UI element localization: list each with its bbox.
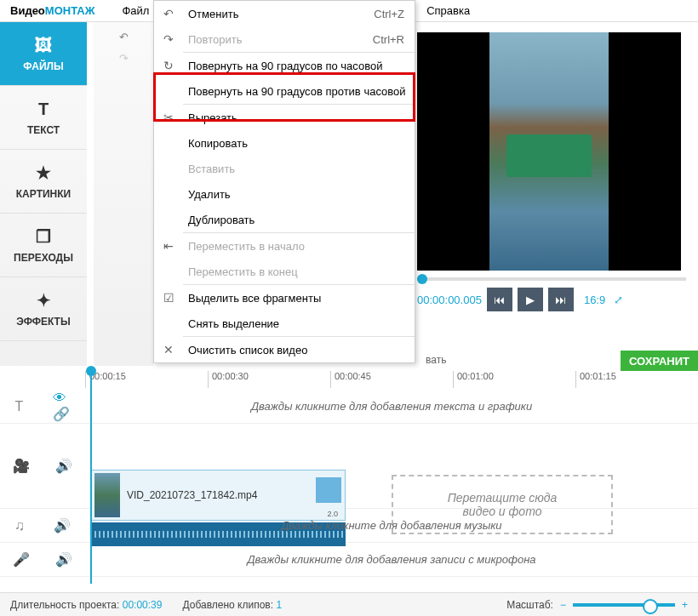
mic-track[interactable]: 🎤 🔊 Дважды кликните для добавления запис… (0, 543, 698, 577)
speaker-icon[interactable]: 🔊 (55, 551, 72, 568)
файлы-icon: 🖼 (35, 36, 52, 55)
next-button[interactable]: ⏭ (548, 288, 574, 311)
music-track-hint: Дважды кликните для добавления музыки (85, 519, 698, 532)
clip-thumbnail (94, 473, 120, 517)
text-track[interactable]: T 👁🔗 Дважды кликните для добавления текс… (0, 390, 698, 424)
save-button[interactable]: СОХРАНИТ (621, 351, 698, 371)
clips-label: Добавлено клипов: (182, 599, 273, 611)
timeline-playhead[interactable] (90, 371, 92, 584)
zoom-out-icon[interactable]: − (560, 599, 566, 611)
clip-filename: VID_20210723_171842.mp4 (127, 489, 257, 501)
video-track-icon: 🎥 (13, 458, 30, 474)
timecode: 00:00:00.005 (417, 294, 482, 306)
menu-файл[interactable]: Файл (112, 1, 159, 20)
menu-item: ↷ПовторитьCtrl+R (154, 26, 415, 52)
ruler-tick: 00:01:15 (575, 371, 698, 388)
sidebar-эффекты[interactable]: ✦ЭФФЕКТЫ (0, 277, 87, 341)
edit-dropdown: ↶ОтменитьCtrl+Z↷ПовторитьCtrl+R↻Повернут… (153, 0, 415, 363)
menu-item-icon: ↷ (154, 32, 183, 46)
transition-duration: 2.0 (327, 510, 338, 518)
menu-item[interactable]: ✕Очистить список видео (154, 337, 415, 362)
transition-icon[interactable] (316, 477, 341, 503)
переходы-icon: ❐ (36, 226, 51, 247)
menu-item: Вставить (154, 156, 415, 181)
ruler-tick: 00:00:45 (330, 371, 453, 388)
mic-track-icon: 🎤 (13, 551, 30, 568)
menu-item[interactable]: ☑Выделить все фрагменты (154, 285, 415, 311)
cut-partial-label: вать (426, 354, 446, 366)
eye-icon[interactable]: 👁🔗 (53, 391, 70, 422)
menu-item[interactable]: Дублировать (154, 207, 415, 232)
video-preview (417, 32, 681, 271)
app-title: ВидеоМОНТАЖ (10, 4, 94, 17)
sidebar-картинки[interactable]: ★КАРТИНКИ (0, 150, 87, 214)
undo-icon[interactable]: ↶ (119, 31, 129, 43)
duration-value: 00:00:39 (123, 599, 163, 611)
menu-item[interactable]: Удалить (154, 181, 415, 207)
mic-track-hint: Дважды кликните для добавления записи с … (85, 553, 698, 566)
zoom-slider[interactable] (573, 603, 675, 607)
menu-item: ⇤Переместить в начало (154, 233, 415, 259)
menu-item-icon: ↶ (154, 7, 183, 20)
duration-label: Длительность проекта: (10, 599, 119, 611)
menu-item-icon: ✂ (154, 111, 183, 124)
music-track-icon: ♫ (14, 518, 25, 533)
menu-item[interactable]: ↻Повернуть на 90 градусов по часовой (154, 53, 415, 78)
zoom-in-icon[interactable]: + (682, 599, 688, 611)
menu-item[interactable]: Повернуть на 90 градусов против часовой (154, 78, 415, 104)
statusbar: Длительность проекта: 00:00:39 Добавлено… (0, 592, 698, 616)
menu-item[interactable]: Копировать (154, 130, 415, 156)
menu-item: Переместить в конец (154, 259, 415, 284)
undo-redo-col: ↶ ↷ (94, 22, 153, 366)
video-clip[interactable]: VID_20210723_171842.mp4 2.0 (90, 470, 346, 521)
menu-item-icon: ✕ (154, 343, 183, 356)
menu-item-icon: ⇤ (154, 239, 183, 253)
redo-icon[interactable]: ↷ (119, 52, 129, 65)
menu-item[interactable]: ↶ОтменитьCtrl+Z (154, 1, 415, 26)
aspect-ratio[interactable]: 16:9 (584, 294, 605, 306)
play-button[interactable]: ▶ (518, 288, 543, 311)
text-track-icon: T (15, 399, 24, 414)
speaker-icon[interactable]: 🔊 (54, 517, 71, 533)
expand-icon[interactable]: ⤢ (614, 294, 623, 306)
эффекты-icon: ✦ (37, 290, 51, 311)
video-track[interactable]: 🎥 🔊 VID_20210723_171842.mp4 2.0 Перетащи… (0, 424, 698, 509)
menu-item-icon: ↻ (154, 59, 183, 72)
sidebar: 🖼ФАЙЛЫTТЕКСТ★КАРТИНКИ❐ПЕРЕХОДЫ✦ЭФФЕКТЫ (0, 22, 87, 366)
ruler-tick: 00:00:15 (85, 371, 208, 388)
sidebar-переходы[interactable]: ❐ПЕРЕХОДЫ (0, 214, 87, 277)
speaker-icon[interactable]: 🔊 (55, 458, 72, 474)
menu-справка[interactable]: Справка (416, 1, 480, 20)
prev-button[interactable]: ⏮ (487, 288, 512, 311)
sidebar-текст[interactable]: TТЕКСТ (0, 86, 87, 150)
картинки-icon: ★ (36, 163, 51, 183)
zoom-label: Масштаб: (506, 599, 553, 611)
clips-value: 1 (276, 599, 282, 611)
playback-slider[interactable] (417, 277, 686, 281)
ruler-tick: 00:00:30 (208, 371, 330, 388)
menu-item-icon: ☑ (154, 291, 183, 305)
sidebar-файлы[interactable]: 🖼ФАЙЛЫ (0, 22, 87, 86)
menu-item[interactable]: Снять выделение (154, 311, 415, 336)
text-track-hint: Дважды кликните для добавления текста и … (85, 400, 698, 413)
текст-icon: T (38, 100, 49, 119)
preview-thumbnail (489, 32, 609, 271)
timeline-ruler[interactable]: 00:00:1500:00:3000:00:4500:01:0000:01:15 (85, 371, 698, 388)
menu-item[interactable]: ✂Вырезать (154, 105, 415, 130)
ruler-tick: 00:01:00 (453, 371, 575, 388)
